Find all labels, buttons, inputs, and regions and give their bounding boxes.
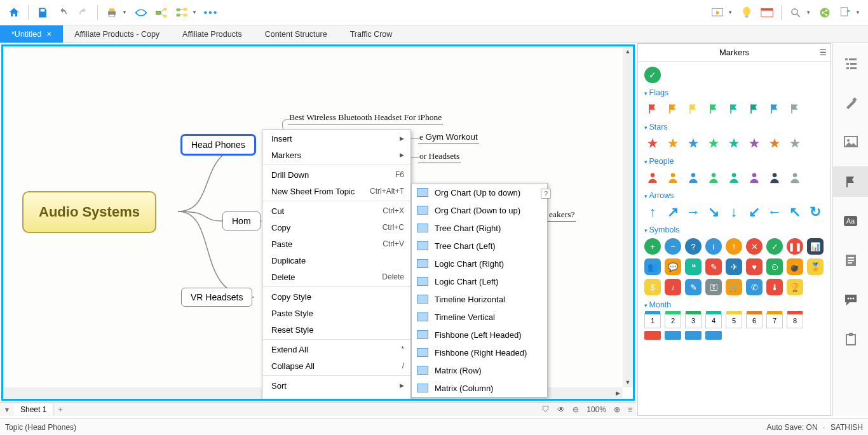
vertical-scrollbar[interactable]: ▲▼ <box>623 46 633 387</box>
marker-symbol[interactable]: ✎ <box>705 258 722 275</box>
marker-arrow[interactable]: ↑ <box>644 204 661 220</box>
sidetab-markers[interactable] <box>833 166 869 197</box>
more-icon[interactable]: ••• <box>202 4 220 22</box>
subnode[interactable]: e Gym Workout <box>418 131 479 144</box>
layout1-icon[interactable] <box>153 4 170 22</box>
marker-star[interactable] <box>766 135 783 152</box>
marker-month[interactable]: 3 <box>685 313 702 328</box>
marker-symbol[interactable]: ! <box>726 238 742 255</box>
marker-symbol[interactable]: + <box>644 238 661 255</box>
home-icon[interactable] <box>5 4 23 22</box>
structure-timeline-horizontal[interactable]: Timeline Horizontal <box>412 290 547 308</box>
marker-flag[interactable] <box>746 101 763 117</box>
ctx-sort[interactable]: Sort▶ <box>262 377 410 394</box>
marker-symbol[interactable]: 🌡 <box>766 279 783 295</box>
marker-month[interactable]: 1 <box>644 313 661 328</box>
structure-org-chart-down-to-up-[interactable]: Org Chart (Down to up) <box>412 201 547 219</box>
section-flags[interactable]: Flags <box>644 88 824 97</box>
marker-month[interactable]: 8 <box>787 313 803 328</box>
marker-symbol[interactable]: 🏆 <box>787 279 803 295</box>
marker-symbol[interactable]: ♥ <box>746 258 763 275</box>
marker-person[interactable] <box>665 170 681 186</box>
marker-symbol[interactable]: $ <box>644 279 661 295</box>
sidetab-comments[interactable] <box>833 284 869 315</box>
ctx-cut[interactable]: CutCtrl+X <box>262 203 410 219</box>
tab-traffic-crow[interactable]: Traffic Crow <box>339 25 404 43</box>
print-icon[interactable] <box>103 4 121 22</box>
subnode[interactable]: eakers? <box>548 208 576 222</box>
node-hometheater[interactable]: Hom <box>222 211 261 231</box>
structure-logic-chart-right-[interactable]: Logic Chart (Right) <box>412 255 547 272</box>
sheet-icon[interactable] <box>758 4 776 22</box>
marker-symbol[interactable]: ⏲ <box>766 258 783 275</box>
sidetab-image[interactable] <box>833 127 869 157</box>
ctx-copy[interactable]: CopyCtrl+C <box>262 219 410 236</box>
close-icon[interactable]: ✕ <box>46 30 51 37</box>
marker-star[interactable] <box>705 135 722 152</box>
sidetab-outline[interactable] <box>833 48 869 79</box>
redo-icon[interactable] <box>74 4 92 22</box>
marker-symbol[interactable]: i <box>705 238 722 255</box>
ctx-extend-all[interactable]: Extend All* <box>262 341 410 358</box>
section-people[interactable]: People <box>644 157 824 166</box>
marker-symbol[interactable]: 💬 <box>665 258 681 275</box>
marker-flag[interactable] <box>726 101 742 117</box>
structure-tree-chart-right-[interactable]: Tree Chart (Right) <box>412 219 547 237</box>
tab-affiliate-copy[interactable]: Affiliate Products - Copy <box>63 25 171 43</box>
marker-star[interactable] <box>726 135 742 152</box>
ctx-insert[interactable]: Insert▶ <box>262 130 410 147</box>
section-month[interactable]: Month <box>644 300 824 309</box>
marker-symbol[interactable]: 👥 <box>644 258 661 275</box>
marker-arrow[interactable]: → <box>685 204 702 220</box>
marker-star[interactable] <box>685 135 702 152</box>
marker-flag[interactable] <box>644 101 661 117</box>
marker-arrow[interactable]: ↖ <box>787 204 803 220</box>
marker-symbol[interactable]: 🏅 <box>807 258 824 275</box>
marker-flag[interactable] <box>705 101 722 117</box>
sheet-tab[interactable]: Sheet 1 <box>14 404 53 415</box>
marker-arrow[interactable]: ↓ <box>726 204 742 220</box>
marker-flag[interactable] <box>787 101 803 117</box>
node-headphones[interactable]: Head Phones <box>181 135 255 155</box>
marker-person[interactable] <box>726 170 742 186</box>
marker-symbol[interactable]: 💣 <box>787 258 803 275</box>
marker-symbol[interactable]: ? <box>685 238 702 255</box>
dropdown-icon[interactable]: ▼ <box>192 10 197 15</box>
structure-matrix-row-[interactable]: Matrix (Row) <box>412 361 547 379</box>
autofit-icon[interactable] <box>132 4 150 22</box>
zoom-menu-icon[interactable]: ≡ <box>624 405 636 414</box>
dropdown-icon[interactable]: ▼ <box>728 10 733 15</box>
structure-matrix-column-[interactable]: Matrix (Column) <box>412 379 547 397</box>
marker-person[interactable] <box>685 170 702 186</box>
sidetab-notes[interactable] <box>833 245 869 276</box>
marker-symbol[interactable]: 📊 <box>807 238 824 255</box>
marker-star[interactable] <box>746 135 763 152</box>
marker-symbol[interactable]: ♪ <box>665 279 681 295</box>
tab-untitled[interactable]: *Untitled✕ <box>0 25 63 43</box>
marker-month[interactable]: 6 <box>746 313 763 328</box>
subnode[interactable]: Best Wireless Bluetooth Headset For iPho… <box>288 111 443 124</box>
marker-month[interactable]: 7 <box>766 313 783 328</box>
marker-symbol[interactable]: ✈ <box>726 258 742 275</box>
zoom-in-icon[interactable]: ⊕ <box>610 405 624 414</box>
sidetab-task[interactable] <box>833 324 869 354</box>
marker-month[interactable]: 4 <box>705 313 722 328</box>
node-vrheadsets[interactable]: VR Headsets <box>181 288 252 307</box>
marker-symbol[interactable]: ✕ <box>746 238 763 255</box>
marker-flag[interactable] <box>665 101 681 117</box>
sidetab-font[interactable]: Aa <box>833 206 869 236</box>
marker-month[interactable]: 2 <box>665 313 681 328</box>
marker-star[interactable] <box>665 135 681 152</box>
sidetab-format[interactable] <box>833 88 869 118</box>
add-sheet-icon[interactable]: ＋ <box>53 404 67 415</box>
marker-month-bar[interactable] <box>685 331 702 340</box>
marker-person[interactable] <box>766 170 783 186</box>
structure-fishbone-left-headed-[interactable]: Fishbone (Left Headed) <box>412 326 547 344</box>
canvas[interactable]: Audio Systems Head Phones Hom VR Headset… <box>1 44 635 401</box>
dropdown-icon[interactable]: ▼ <box>855 10 860 15</box>
ctx-delete[interactable]: DeleteDelete <box>262 269 410 285</box>
ctx-markers[interactable]: Markers▶ <box>262 147 410 163</box>
export-icon[interactable] <box>836 4 854 22</box>
section-arrows[interactable]: Arrows <box>644 191 824 200</box>
idea-icon[interactable] <box>738 4 756 22</box>
